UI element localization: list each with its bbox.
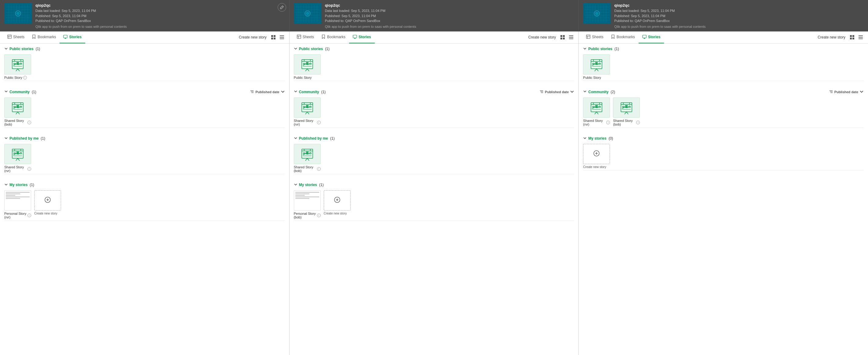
- app-description: Qlik app to push from on prem to saas wi…: [35, 25, 285, 28]
- story-card[interactable]: Shared Story (bob) i: [294, 144, 321, 173]
- info-icon[interactable]: i: [606, 121, 610, 124]
- sheets-icon: [297, 34, 301, 40]
- tab-bookmarks[interactable]: Bookmarks: [318, 31, 349, 43]
- section-count: (1): [325, 47, 330, 51]
- story-card[interactable]: Shared Story (bob) i: [4, 97, 31, 126]
- sort-control[interactable]: Published date: [539, 90, 574, 94]
- svg-rect-104: [353, 35, 357, 38]
- tab-bookmarks[interactable]: Bookmarks: [28, 31, 60, 43]
- section-header[interactable]: My stories (1): [294, 183, 575, 187]
- sort-icon: [829, 90, 833, 94]
- svg-point-33: [306, 12, 309, 15]
- story-card-thumbnail: [583, 54, 610, 75]
- create-story-card[interactable]: [324, 190, 351, 210]
- story-card-label: Personal Story (bob) i: [294, 212, 321, 219]
- svg-rect-111: [563, 37, 565, 39]
- story-card[interactable]: Shared Story (rvr) i: [4, 144, 31, 173]
- svg-line-174: [596, 69, 598, 71]
- tab-sheets[interactable]: Sheets: [583, 31, 607, 43]
- section-header[interactable]: Published by me (1): [4, 136, 285, 141]
- sort-control[interactable]: Published date: [250, 90, 285, 94]
- list-view-button[interactable]: [567, 34, 575, 41]
- tab-bookmarks[interactable]: Bookmarks: [607, 31, 639, 43]
- personal-story-card[interactable]: Personal Story (bob) i: [294, 190, 321, 219]
- create-story-card[interactable]: [583, 144, 610, 164]
- svg-rect-60: [271, 37, 273, 39]
- section-label: Community: [299, 90, 319, 94]
- top-panel-1: qiop2qc Data last loaded: Sep 5, 2023, 1…: [0, 0, 289, 31]
- create-story-card[interactable]: [34, 190, 61, 210]
- bookmarks-icon: [32, 34, 36, 40]
- tab-stories[interactable]: Stories: [60, 31, 85, 43]
- section-header[interactable]: Community (1) Published date: [4, 90, 285, 94]
- cards-grid: Public Story: [294, 54, 575, 80]
- section-header[interactable]: Community (1) Published date: [294, 90, 575, 94]
- list-view-button[interactable]: [857, 34, 864, 41]
- info-icon[interactable]: i: [317, 167, 321, 171]
- create-new-story-button[interactable]: Create new story: [239, 35, 267, 39]
- edit-button[interactable]: [278, 3, 286, 11]
- story-card[interactable]: Public Story: [294, 54, 321, 80]
- svg-rect-61: [274, 37, 276, 39]
- info-icon[interactable]: i: [317, 213, 321, 217]
- grid-view-button[interactable]: [270, 34, 277, 41]
- sort-control[interactable]: Published date: [829, 90, 864, 94]
- story-card-name: Personal Story (rvr): [4, 212, 27, 219]
- chevron-down-icon: [294, 183, 298, 187]
- tab-sheets[interactable]: Sheets: [4, 31, 28, 43]
- story-card[interactable]: Shared Story (bob) i: [613, 97, 640, 126]
- sort-icon: [539, 90, 544, 94]
- section-header[interactable]: Public stories (1): [583, 47, 864, 51]
- personal-story-card[interactable]: Personal Story (rvr) i: [4, 190, 31, 219]
- svg-line-173: [595, 69, 596, 71]
- info-icon[interactable]: i: [23, 76, 27, 80]
- section-count: (1): [615, 47, 619, 51]
- story-card[interactable]: Shared Story (rvr) i: [583, 97, 610, 126]
- app-description: Qlik app to push from on prem to saas wi…: [325, 25, 575, 28]
- personal-card-thumbnail: [4, 190, 31, 210]
- info-icon[interactable]: i: [636, 121, 640, 124]
- create-new-story-button[interactable]: Create new story: [817, 35, 845, 39]
- tab-label: Stories: [69, 35, 82, 39]
- list-view-button[interactable]: [278, 34, 285, 41]
- svg-rect-113: [569, 37, 573, 37]
- info-icon[interactable]: i: [28, 121, 31, 124]
- tab-sheets[interactable]: Sheets: [293, 31, 318, 43]
- section-header[interactable]: Community (2) Published date: [583, 90, 864, 94]
- grid-view-button[interactable]: [848, 34, 856, 41]
- create-card-label: Create new story: [34, 212, 57, 215]
- section-header[interactable]: My stories (0): [583, 136, 864, 141]
- tab-stories[interactable]: Stories: [639, 31, 664, 43]
- story-card-name: Shared Story (bob): [613, 119, 635, 126]
- svg-rect-63: [280, 37, 284, 37]
- svg-line-87: [18, 112, 20, 114]
- create-new-story-button[interactable]: Create new story: [528, 35, 556, 39]
- app-thumbnail: [4, 3, 32, 24]
- info-icon[interactable]: i: [28, 167, 31, 171]
- tab-label: Bookmarks: [37, 35, 56, 39]
- chevron-down-icon: [860, 90, 864, 94]
- section-header[interactable]: Public stories (1): [294, 47, 575, 51]
- section-header[interactable]: Public stories (1): [4, 47, 285, 51]
- section-header[interactable]: Published by me (1): [294, 136, 575, 141]
- story-card[interactable]: Public Story i: [4, 54, 31, 80]
- svg-rect-162: [859, 35, 863, 36]
- tab-label: Sheets: [303, 35, 314, 39]
- stories-icon: [353, 34, 357, 40]
- grid-view-button[interactable]: [559, 34, 566, 41]
- story-card-label: Public Story: [583, 76, 601, 80]
- info-icon[interactable]: i: [317, 121, 321, 124]
- section-header[interactable]: My stories (1): [4, 183, 285, 187]
- svg-rect-110: [560, 37, 562, 39]
- chevron-down-icon: [4, 136, 8, 141]
- app-thumbnail: [583, 3, 611, 24]
- section-count: (1): [30, 183, 34, 187]
- section-count: (1): [41, 136, 45, 141]
- info-icon[interactable]: i: [28, 213, 31, 217]
- story-card-label: Shared Story (rvr) i: [294, 119, 321, 126]
- tab-stories[interactable]: Stories: [349, 31, 375, 43]
- svg-rect-109: [563, 35, 565, 37]
- top-header-panels: qiop2qc Data last loaded: Sep 5, 2023, 1…: [0, 0, 868, 31]
- story-card[interactable]: Shared Story (rvr) i: [294, 97, 321, 126]
- story-card[interactable]: Public Story: [583, 54, 610, 80]
